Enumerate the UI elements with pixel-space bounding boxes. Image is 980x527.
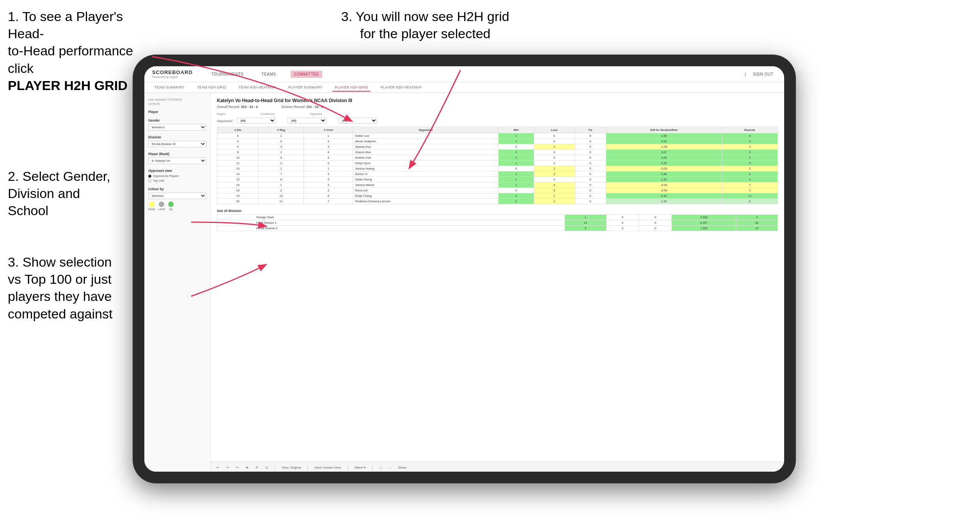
sidebar-timestamp: Last Updated: 27/03/2024 16:55:38 (148, 98, 206, 106)
legend-down: Down (148, 202, 155, 210)
player-rank-select[interactable]: 8. Katelyn Vo (148, 157, 206, 164)
col-conf: # Conf (304, 127, 353, 133)
instruction-ml-line2: Division and (8, 186, 80, 201)
gender-select[interactable]: Women's Men's (148, 124, 206, 131)
legend-down-dot (149, 202, 154, 207)
sidebar-gender-section: Gender Women's Men's (148, 118, 206, 131)
conference-filter-select[interactable]: (All) (288, 118, 327, 124)
opponent-filter-select[interactable]: (All) (338, 118, 377, 124)
legend-level-dot (159, 202, 164, 207)
sidebar-color-section: Colour by Win/loss Down Level (148, 187, 206, 210)
sub-nav: TEAM SUMMARY TEAM H2H GRID TEAM H2H HEAT… (144, 82, 784, 93)
color-by-select[interactable]: Win/loss (148, 193, 206, 199)
toolbar-layout[interactable]: ⬚ (377, 465, 384, 470)
legend-up-dot (168, 202, 174, 207)
sub-nav-player-h2h-heatmap[interactable]: PLAYER H2H HEATMAP (378, 84, 424, 91)
instruction-bold: PLAYER H2H GRID (8, 78, 128, 93)
toolbar-share[interactable]: Share (396, 465, 408, 470)
table-row: 16 1 3 Jessica Mason 1 2 0 -0.94 7 (217, 182, 778, 188)
opponent-filter-label: Opponent (310, 113, 322, 115)
opponents-label: Opponents: (217, 119, 233, 124)
toolbar-sep2 (307, 465, 308, 470)
instructions-bottom-left: 3. Show selection vs Top 100 or just pla… (8, 253, 133, 322)
toolbar-undo2[interactable]: ↩ (234, 465, 241, 470)
toolbar-add[interactable]: ⊕ (244, 465, 250, 470)
legend-level: Level (158, 202, 165, 210)
sub-nav-player-h2h-grid[interactable]: PLAYER H2H GRID (332, 84, 370, 92)
filter-conference: Conference (261, 113, 275, 115)
sub-nav-team-summary[interactable]: TEAM SUMMARY (152, 84, 187, 91)
table-row: 18 2 2 Euna Lee 0 3 0 -5.00 2 (217, 188, 778, 193)
nav-teams[interactable]: TEAMS (258, 71, 279, 78)
instruction-bl-line1: 3. Show selection (8, 255, 112, 269)
sidebar-player-label: Player (148, 110, 206, 114)
nav-divider: | (745, 72, 746, 76)
radio-top100-label: Top 100 (153, 179, 164, 182)
instruction-line1: 1. To see a Player's Head- (8, 9, 123, 41)
sidebar-opponent-view-label: Opponent view (148, 169, 206, 173)
radio-opponents-played[interactable]: Opponents Played (148, 174, 206, 178)
radio-top100[interactable]: Top 100 (148, 179, 206, 182)
instructions-middle-left: 2. Select Gender, Division and School (8, 168, 133, 219)
toolbar-resize[interactable]: ↕ (387, 465, 393, 470)
radio-dot-top100 (148, 179, 151, 182)
instruction-bl-line3: players they have (8, 289, 112, 304)
logo-title: SCOREBOARD (152, 69, 193, 75)
division-record: Division Record: 331 - 34 - 6 (281, 105, 323, 109)
nav-committee[interactable]: COMMITTEE (291, 71, 322, 78)
filter-row-2: Opponents: (All) (All) (All) (217, 118, 778, 124)
instructions-top-center: 3. You will now see H2H grid for the pla… (328, 8, 523, 42)
toolbar-view-original[interactable]: View: Original (280, 465, 303, 470)
sub-nav-team-h2h-grid[interactable]: TEAM H2H GRID (195, 84, 228, 91)
toolbar-redo[interactable]: ↪ (224, 465, 231, 470)
sidebar-opponent-view-section: Opponent view Opponents Played Top 100 (148, 169, 206, 182)
ood-table-row: NAIA Division 1 15 0 0 9.267 30 (217, 220, 778, 226)
table-row: 15 8 5 Stella Cheng 1 0 0 1.25 4 (217, 177, 778, 182)
table-row: 14 7 4 Eunice Yi 2 2 0 0.38 9 (217, 172, 778, 177)
toolbar-save-custom[interactable]: Save Custom View (312, 465, 343, 470)
ood-table-row: Foreign Team 1 0 0 4.500 2 (217, 215, 778, 220)
division-select[interactable]: NCAA Division III NCAA Division I NCAA D… (148, 141, 206, 147)
filter-region: Region (217, 113, 225, 115)
toolbar-undo[interactable]: ↩ (215, 465, 221, 470)
sub-nav-team-h2h-heatmap[interactable]: TEAM H2H HEATMAP (236, 84, 278, 91)
toolbar-clock[interactable]: ◷ (263, 465, 270, 470)
table-row: 11 2 5 Heejo Hyun 1 0 0 3.33 3 (217, 161, 778, 166)
sidebar-player-rank-label: Player (Rank) (148, 152, 206, 156)
instruction-line2: to-Head performance click (8, 43, 133, 75)
col-reg: # Reg (259, 127, 304, 133)
main-content: Last Updated: 27/03/2024 16:55:38 Player… (144, 93, 784, 472)
grid-title: Katelyn Vo Head-to-Head Grid for Women's… (217, 98, 778, 103)
opponents-select[interactable]: (All) (237, 118, 276, 124)
table-row: 9 1 4 Sharon Mun 1 0 0 3.67 3 (217, 150, 778, 155)
instruction-ml-line1: 2. Select Gender, (8, 169, 110, 184)
logo-area: SCOREBOARD Powered by clippd (152, 69, 193, 79)
col-opponent: Opponent (353, 127, 499, 133)
tablet-device: SCOREBOARD Powered by clippd TOURNAMENTS… (133, 55, 796, 483)
instruction-tc-line1: 3. You will now see H2H grid (341, 9, 510, 24)
toolbar-sep1 (275, 465, 275, 470)
filter-opponent: Opponent (310, 113, 322, 115)
ood-table-row: NCAA Division 2 5 0 0 7.400 10 (217, 226, 778, 231)
sub-nav-player-summary[interactable]: PLAYER SUMMARY (286, 84, 325, 91)
toolbar-sep3 (348, 465, 348, 470)
col-tie: Tie (575, 127, 606, 133)
nav-tournaments[interactable]: TOURNAMENTS (208, 71, 247, 78)
toolbar-refresh[interactable]: ↺ (254, 465, 260, 470)
instruction-ml-line3: School (8, 203, 48, 218)
col-win: Win (499, 127, 534, 133)
sign-out-button[interactable]: Sign out (750, 71, 776, 78)
table-row: 19 10 6 Emily Chang 4 1 0 0.30 11 (217, 193, 778, 199)
logo-sub: Powered by clippd (152, 75, 193, 79)
table-row: 6 3 3 Sydney Kuo 0 1 0 -1.00 3 (217, 144, 778, 150)
grid-area: Katelyn Vo Head-to-Head Grid for Women's… (211, 93, 784, 472)
filter-row: Region Conference Opponent (217, 113, 778, 115)
col-rounds: Rounds (722, 127, 778, 133)
nav-right: | Sign out (745, 71, 776, 78)
grid-records: Overall Record: 353 - 34 - 6 Division Re… (217, 105, 778, 109)
toolbar-watch[interactable]: Watch ▾ (353, 465, 368, 470)
tablet-screen: SCOREBOARD Powered by clippd TOURNAMENTS… (144, 66, 784, 472)
sidebar-player-section: Player (148, 110, 206, 114)
sidebar-color-label: Colour by (148, 187, 206, 191)
col-div: # Div (217, 127, 259, 133)
